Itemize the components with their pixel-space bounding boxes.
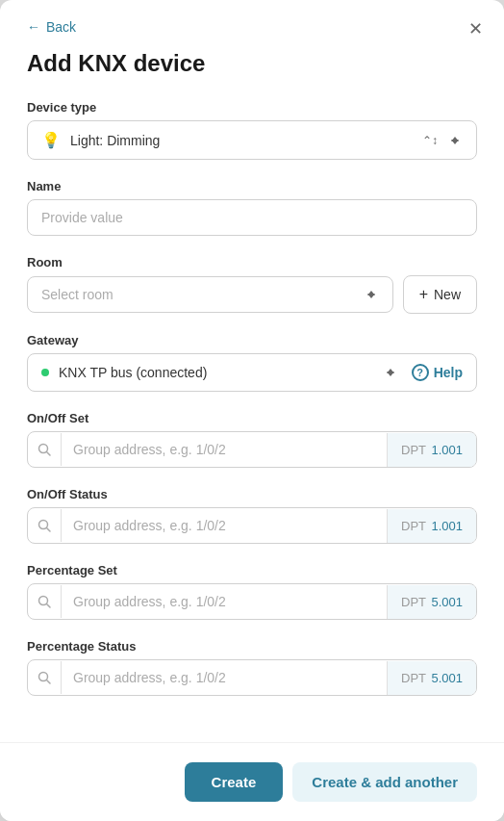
chevron-down-icon: ⌃↕ — [422, 134, 438, 147]
percentage-set-dpt-badge: DPT 5.001 — [387, 585, 476, 619]
gateway-right: ? Help — [383, 364, 463, 381]
back-link[interactable]: ← Back — [27, 19, 76, 35]
dpt-label: DPT — [401, 443, 429, 457]
percentage-status-dpt-value: 5.001 — [431, 671, 463, 685]
add-knx-device-modal: ✕ ← Back Add KNX device Device type 💡 Li… — [0, 0, 504, 821]
on-off-status-input[interactable] — [62, 508, 387, 543]
back-arrow-icon: ← — [27, 19, 40, 35]
new-room-button[interactable]: + New — [403, 275, 477, 314]
on-off-status-label: On/Off Status — [27, 487, 477, 501]
dpt-label-2: DPT — [401, 519, 429, 533]
percentage-status-field: Percentage Status DPT 5.001 — [27, 639, 477, 696]
page-title: Add KNX device — [27, 50, 477, 77]
room-placeholder: Select room — [41, 287, 113, 302]
device-type-label: Device type — [27, 100, 477, 115]
percentage-status-label: Percentage Status — [27, 639, 477, 654]
percentage-set-address-field: DPT 5.001 — [27, 583, 477, 620]
on-off-set-dpt-badge: DPT 1.001 — [387, 433, 476, 467]
help-circle-icon: ? — [412, 364, 429, 381]
dpt-label-4: DPT — [401, 671, 429, 685]
device-type-value: Light: Dimming — [70, 133, 413, 148]
device-type-select[interactable]: 💡 Light: Dimming ⌃↕ — [27, 120, 477, 160]
name-input[interactable] — [27, 199, 477, 236]
on-off-set-field: On/Off Set DPT 1.001 — [27, 411, 477, 468]
percentage-set-field: Percentage Set DPT 5.001 — [27, 563, 477, 620]
plus-icon: + — [419, 286, 428, 303]
on-off-status-address-field: DPT 1.001 — [27, 507, 477, 544]
new-room-label: New — [434, 287, 461, 302]
gateway-sort-icon — [383, 365, 398, 380]
percentage-set-input[interactable] — [62, 584, 387, 619]
gateway-value: KNX TP bus (connected) — [59, 365, 207, 380]
on-off-status-dpt-badge: DPT 1.001 — [387, 509, 476, 543]
room-label: Room — [27, 255, 477, 269]
dpt-label-3: DPT — [401, 595, 429, 609]
footer: Create Create & add another — [0, 742, 504, 821]
percentage-set-dpt-value: 5.001 — [431, 595, 463, 609]
svg-line-1 — [47, 452, 51, 456]
back-label: Back — [46, 19, 76, 35]
on-off-status-dpt-value: 1.001 — [431, 519, 463, 533]
on-off-set-label: On/Off Set — [27, 411, 477, 425]
name-field: Name — [27, 179, 477, 236]
close-button[interactable]: ✕ — [462, 15, 489, 42]
svg-line-5 — [47, 604, 51, 608]
svg-line-3 — [47, 528, 51, 532]
gateway-field: Gateway KNX TP bus (connected) ? Help — [27, 333, 477, 392]
on-off-set-dpt-value: 1.001 — [431, 443, 463, 457]
connected-status-dot — [41, 369, 49, 376]
search-icon-4 — [28, 661, 62, 694]
name-label: Name — [27, 179, 477, 193]
bulb-icon: 💡 — [41, 131, 61, 149]
sort-icon — [447, 133, 463, 148]
percentage-status-address-field: DPT 5.001 — [27, 659, 477, 696]
create-add-another-button[interactable]: Create & add another — [292, 762, 477, 802]
device-type-field: Device type 💡 Light: Dimming ⌃↕ — [27, 100, 477, 160]
room-sort-icon — [364, 287, 379, 302]
gateway-inner: KNX TP bus (connected) — [41, 365, 207, 380]
help-label: Help — [434, 365, 463, 380]
search-icon — [28, 433, 62, 466]
svg-line-7 — [47, 680, 51, 684]
on-off-set-input[interactable] — [62, 432, 387, 467]
help-link[interactable]: ? Help — [412, 364, 463, 381]
on-off-set-address-field: DPT 1.001 — [27, 431, 477, 468]
create-button[interactable]: Create — [185, 762, 284, 802]
search-icon-3 — [28, 585, 62, 618]
percentage-status-input[interactable] — [62, 660, 387, 695]
search-icon-2 — [28, 509, 62, 542]
on-off-status-field: On/Off Status DPT 1.001 — [27, 487, 477, 544]
room-select[interactable]: Select room — [27, 276, 393, 313]
percentage-set-label: Percentage Set — [27, 563, 477, 577]
gateway-select[interactable]: KNX TP bus (connected) ? Help — [27, 353, 477, 392]
close-icon: ✕ — [468, 18, 483, 39]
room-row: Select room + New — [27, 275, 477, 314]
gateway-label: Gateway — [27, 333, 477, 347]
room-field: Room Select room + New — [27, 255, 477, 314]
percentage-status-dpt-badge: DPT 5.001 — [387, 661, 476, 695]
